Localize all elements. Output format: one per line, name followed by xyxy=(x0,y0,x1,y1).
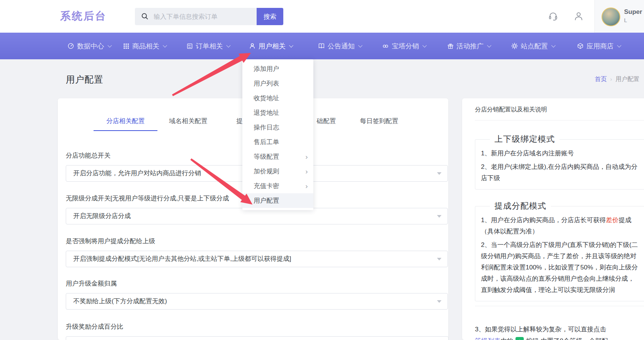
user-subtitle: L xyxy=(624,17,627,23)
commission-mode-heading: 提成分配模式 xyxy=(490,200,551,212)
menu-item-aftersale-tickets[interactable]: 售后工单 xyxy=(242,135,313,149)
menu-item-operation-log[interactable]: 操作日志 xyxy=(242,120,313,135)
commission-mode-section: 提成分配模式 1、用户在分店内购买商品，分店店长可获得差价提成（具体以配置为准）… xyxy=(475,200,644,301)
search-icon xyxy=(141,12,149,21)
menu-item-return-address[interactable]: 退货地址 xyxy=(242,105,313,120)
binding-mode-line1: 1、新用户在分店域名内注册账号 xyxy=(481,148,639,159)
binding-mode-line2: 2、老用户(未绑定上级),在分店内购买商品，自动成为分店下级 xyxy=(481,161,639,184)
search-input[interactable] xyxy=(153,8,252,26)
caret-down-icon xyxy=(437,215,441,220)
breadcrumb-current: 用户配置 xyxy=(615,76,639,82)
text-run: 内的 xyxy=(500,337,513,340)
select-value: 不奖励给上级(下方分成配置无效) xyxy=(73,298,167,305)
upgrade-amount-select[interactable]: 不奖励给上级(下方分成配置无效) xyxy=(66,293,448,310)
commission-mode-line1: 1、用户在分店内购买商品，分店店长可获得差价提成（具体以配置为准） xyxy=(481,215,639,237)
screen: 系统后台 搜索 Super L xyxy=(0,0,644,340)
chevron-down-icon xyxy=(289,43,293,47)
help-sidebar-card: 分店分销配置以及相关说明 上下级绑定模式 1、新用户在分店域名内注册账号 2、老… xyxy=(462,98,644,340)
headset-icon[interactable] xyxy=(548,11,558,21)
chevron-down-icon xyxy=(107,43,112,47)
gauge-icon xyxy=(68,43,74,49)
page-title: 用户配置 xyxy=(66,74,103,86)
nav-item-users[interactable]: 用户相关 xyxy=(249,33,293,59)
nav-item-pagoda-distribution[interactable]: 宝塔分销 xyxy=(382,33,426,59)
order-icon xyxy=(187,43,193,49)
order-search: 搜索 xyxy=(135,8,283,25)
book-icon xyxy=(318,43,325,49)
menu-item-label: 充值卡密 xyxy=(254,182,279,190)
menu-item-user-config[interactable]: 用户配置 xyxy=(242,193,313,208)
user-panel[interactable]: Super L xyxy=(594,0,644,33)
nav-label: 数据中心 xyxy=(77,42,104,51)
chevron-down-icon xyxy=(422,43,426,47)
grid-icon xyxy=(123,43,129,49)
nav-label: 活动推广 xyxy=(457,42,484,51)
nav-label: 订单相关 xyxy=(196,42,223,51)
menu-item-add-user[interactable]: 添加用户 xyxy=(242,62,313,76)
level-list-link[interactable]: 等级列表 xyxy=(475,337,500,340)
tab-basic-config[interactable]: 础配置 xyxy=(317,113,336,130)
nav-item-products[interactable]: 商品相关 xyxy=(123,33,166,59)
breadcrumb: 首页›用户配置 xyxy=(595,75,644,83)
chevron-down-icon xyxy=(551,43,555,47)
nav-item-announcements[interactable]: 公告通知 xyxy=(318,33,362,59)
nav-label: 宝塔分销 xyxy=(392,42,419,51)
user-icon xyxy=(249,43,255,49)
chevron-down-icon xyxy=(226,43,230,47)
text-run: 按钮,内置了8个等级，全部配 xyxy=(526,337,608,340)
nav-label: 商品相关 xyxy=(132,42,159,51)
nav-item-promotions[interactable]: 活动推广 xyxy=(447,33,491,59)
field-label-force-commission: 是否强制将用户提成分配给上级 xyxy=(66,237,155,245)
submenu-arrow-icon: › xyxy=(305,149,308,164)
select-value: 开启分店功能，允许用户对站内商品进行分销 xyxy=(73,170,201,177)
unlimited-commission-select[interactable]: 开启无限级分店分成 xyxy=(66,208,448,224)
submenu-arrow-icon: › xyxy=(305,179,308,193)
nav-label: 公告通知 xyxy=(328,42,355,51)
menu-item-shipping-address[interactable]: 收货地址 xyxy=(242,91,313,105)
divider xyxy=(475,306,644,306)
sidebar-title: 分店分销配置以及相关说明 xyxy=(475,106,547,114)
binding-mode-heading: 上下级绑定模式 xyxy=(490,134,559,145)
nav-item-app-store[interactable]: 应用商店 xyxy=(577,33,621,59)
text-run: 1、用户在分店内购买商品，分店店长可获得 xyxy=(481,217,606,224)
nav-label: 站点配置 xyxy=(521,42,548,51)
menu-item-recharge-cards[interactable]: 充值卡密› xyxy=(242,179,313,193)
sidebar-note: 3、如果觉得以上解释较为复杂，可以直接点击 等级列表内的按钮,内置了8个等级，全… xyxy=(475,323,644,340)
cube-button[interactable] xyxy=(516,337,524,340)
user-menu-dropdown: 添加用户 用户列表 收货地址 退货地址 操作日志 售后工单 等级配置› 加价规则… xyxy=(242,59,313,210)
search-button[interactable]: 搜索 xyxy=(257,8,283,25)
note-line2: 等级列表内的按钮,内置了8个等级，全部配 xyxy=(475,335,644,340)
red-highlight-text: 差价 xyxy=(606,217,618,224)
chevron-down-icon xyxy=(163,43,167,47)
menu-item-user-list[interactable]: 用户列表 xyxy=(242,76,313,91)
main-nav: 数据中心 商品相关 订单相关 用户相关 xyxy=(0,33,644,59)
force-commission-select[interactable]: 开启强制提成分配模式[无论用户去其他分站,或主站下单,上级都可以获得提成] xyxy=(66,251,448,267)
field-label-unlimited-commission: 无限级分成开关[无视用户等级进行分成,只要是上下级分成 xyxy=(66,194,229,203)
breadcrumb-separator: › xyxy=(610,76,612,82)
top-header: 系统后台 搜索 Super L xyxy=(0,0,644,33)
select-value: 开启无限级分店分成 xyxy=(73,212,131,220)
avatar[interactable] xyxy=(602,8,620,26)
field-label-branch-switch: 分店功能总开关 xyxy=(66,151,110,160)
tab-branch-config[interactable]: 分店相关配置 xyxy=(94,113,157,131)
caret-down-icon xyxy=(437,300,441,305)
breadcrumb-home-link[interactable]: 首页 xyxy=(595,76,607,82)
search-box xyxy=(135,8,257,25)
nav-label: 用户相关 xyxy=(259,42,286,51)
menu-item-level-config[interactable]: 等级配置› xyxy=(242,149,313,164)
nav-item-data-center[interactable]: 数据中心 xyxy=(68,33,111,59)
app-logo[interactable]: 系统后台 xyxy=(60,9,107,23)
nav-label: 应用商店 xyxy=(587,42,614,51)
infinity-icon xyxy=(382,43,389,49)
tab-domain-config[interactable]: 域名相关配置 xyxy=(169,113,207,130)
nav-item-orders[interactable]: 订单相关 xyxy=(187,33,230,59)
upgrade-reward-percent-input[interactable] xyxy=(66,336,449,340)
tab-daily-checkin-config[interactable]: 每日签到配置 xyxy=(360,113,398,130)
menu-item-markup-rules[interactable]: 加价规则› xyxy=(242,164,313,179)
tab-withdraw-config[interactable]: 提 xyxy=(236,113,243,130)
menu-item-label: 加价规则 xyxy=(254,168,279,175)
person-icon[interactable] xyxy=(573,11,584,21)
binding-mode-section: 上下级绑定模式 1、新用户在分店域名内注册账号 2、老用户(未绑定上级),在分店… xyxy=(475,134,644,190)
nav-item-site-config[interactable]: 站点配置 xyxy=(511,33,555,59)
gear-icon xyxy=(511,43,518,49)
